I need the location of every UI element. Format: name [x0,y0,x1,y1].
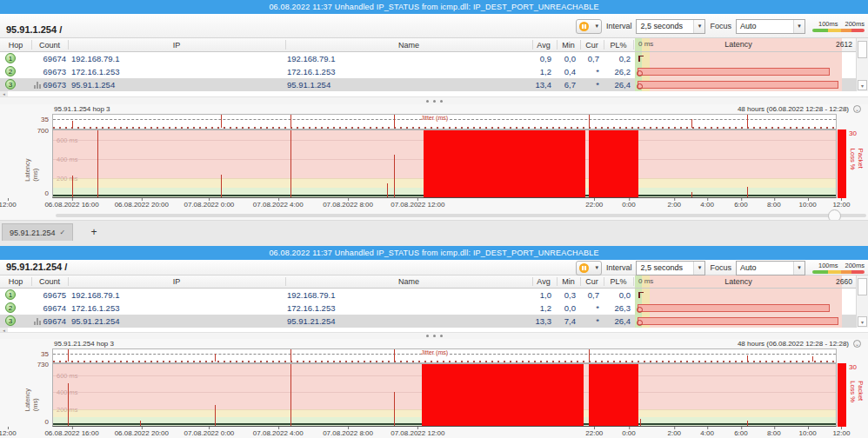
header-cur[interactable]: Cur [580,38,604,51]
table-scrollbar[interactable]: ▾ [856,38,868,91]
count-cell: 69674 [38,54,66,63]
chevron-down-icon[interactable]: ⌄ [853,340,861,348]
header-cur[interactable]: Cur [580,275,604,288]
graph-label-row: 95.91.21.254 hop 3 48 hours (06.08.2022 … [0,339,868,348]
jitter-spike [747,115,748,128]
header-count[interactable]: Count [31,38,68,51]
hop-row-3[interactable]: 3 69673 95.91.1.254 95.91.1.254 13,4 6,7… [0,78,868,91]
header-pl[interactable]: PL% [604,38,633,51]
ip-cell: 95.91.1.254 [71,80,115,90]
graph-scrollbar[interactable] [0,210,868,220]
latency-spike [290,130,291,197]
jitter-spike [394,349,395,362]
latency-max-value: 2612 [836,40,852,49]
x-axis-label: 12:00 [832,429,850,437]
x-axis-label: 2:00 [667,201,681,209]
hop-row-2[interactable]: 2 69674 172.16.1.253 172.16.1.253 1,2 0,… [0,302,868,315]
packet-loss-axis-title: Packet Loss % [849,148,865,182]
header-ip[interactable]: IP [68,275,285,288]
hop-row-2[interactable]: 2 69673 172.16.1.253 172.16.1.253 1,2 0,… [0,65,868,78]
trace-panel-2: 06.08.2022 11:37 Unhandled IP_STATUS fro… [0,246,868,438]
table-scrollbar[interactable]: ▾ [856,275,868,328]
focus-select[interactable]: Auto ▾ [736,19,805,34]
count-cell: 69675 [38,290,66,300]
latency-marker [638,56,644,62]
hop-row-1[interactable]: 1 69675 192.168.79.1 192.168.79.1 1,0 0,… [0,289,868,302]
header-avg[interactable]: Avg [532,275,555,288]
avg-cell: 13,3 [522,316,551,326]
header-name[interactable]: Name [285,38,532,51]
x-axis-label: 06.08.2022 20:00 [115,429,169,437]
target-address: 95.91.21.254 / [6,262,67,272]
chevron-down-icon[interactable]: ▾ [595,264,598,271]
header-hop[interactable]: Hop [0,38,31,51]
latency-scale-legend: 100ms 200ms [812,20,865,32]
x-axis: 12:0006.08.2022 16:0006.08.2022 20:0007.… [0,427,868,438]
scrollbar-track[interactable] [56,214,866,217]
splitter-handle[interactable] [0,333,868,339]
x-axis-label: 6:00 [734,201,748,209]
legend-100ms: 100ms [818,262,838,269]
header-ip[interactable]: IP [68,38,285,51]
interval-select[interactable]: 2,5 seconds ▾ [636,19,705,34]
interval-select[interactable]: 2,5 seconds ▾ [636,261,705,275]
scrollbar-knob[interactable] [828,209,841,220]
pl-cell: 26,4 [604,80,631,90]
gridline-label: 600 ms [57,372,78,380]
min-cell: 0,4 [555,67,576,76]
scrollbar-thumb[interactable] [858,278,867,295]
header-hop[interactable]: Hop [0,275,31,288]
time-range-label[interactable]: 48 hours (06.08.2022 12:28 - 12:28) [738,105,849,113]
graph-hop-label: 95.91.1.254 hop 3 [54,105,110,113]
min-cell: 0,0 [555,54,576,63]
latency-title: Latency [635,277,842,286]
latency-spike [747,421,748,426]
alert-title-bar: 06.08.2022 11:37 Unhandled IP_STATUS fro… [0,246,868,260]
scroll-down-icon[interactable]: ▾ [858,80,867,90]
graph-plot-area[interactable]: 600 ms400 ms200 ms [52,129,837,198]
graph-plot-area[interactable]: 600 ms400 ms200 ms [52,363,837,427]
pause-button[interactable]: ▾ [576,19,602,34]
add-tab-button[interactable]: + [87,224,101,240]
header-count[interactable]: Count [31,275,68,288]
x-axis-label: 8:00 [767,429,781,437]
hop-row-1[interactable]: 1 69674 192.168.79.1 192.168.79.1 0,9 0,… [0,52,868,65]
name-cell: 192.168.79.1 [287,290,335,300]
chevron-down-icon[interactable]: ▾ [595,23,598,30]
cur-cell: 0,7 [579,290,599,300]
table-hscroll-strip: ◂ [0,91,868,97]
scroll-left-icon[interactable]: ◂ [0,328,8,332]
x-axis-label: 8:00 [767,201,781,209]
chevron-down-icon: ▾ [693,20,704,33]
scrollbar-thumb[interactable] [858,41,867,58]
pause-icon [579,22,589,31]
focus-select[interactable]: Auto ▾ [736,261,805,275]
pause-button[interactable]: ▾ [576,261,602,275]
current-loss-bar [838,363,846,427]
cur-cell: * [579,80,599,90]
scroll-left-icon[interactable]: ◂ [0,91,8,96]
jitter-spike [215,354,216,362]
jitter-label: Jitter (ms) [421,349,448,355]
splitter-handle[interactable] [0,97,868,104]
avg-cell: 0,9 [522,54,551,63]
header-min[interactable]: Min [557,38,580,51]
time-range-label[interactable]: 48 hours (06.08.2022 12:28 - 12:28) [738,340,849,348]
header-min[interactable]: Min [557,275,580,288]
header-avg[interactable]: Avg [532,38,555,51]
min-cell: 0,3 [555,290,576,300]
trace-controls: ▾ Interval 2,5 seconds ▾ Focus Auto ▾ 10… [576,15,865,37]
graph-label-row: 95.91.1.254 hop 3 48 hours (06.08.2022 1… [0,104,868,113]
jitter-label: Jitter (ms) [421,115,448,121]
ip-cell: 192.168.79.1 [71,54,119,63]
scroll-down-icon[interactable]: ▾ [858,316,867,327]
header-name[interactable]: Name [285,275,532,288]
hop-row-3[interactable]: 3 69674 95.91.21.254 95.91.21.254 13,3 7… [0,315,868,328]
table-hscroll-strip: ◂ [0,328,868,333]
tab-95-91-21-254[interactable]: 95.91.21.254 ✓ [2,223,73,241]
x-axis-label: 07.08.2022 4:00 [253,429,304,437]
jitter-spike [72,121,73,128]
chevron-down-icon[interactable]: ⌄ [853,105,861,113]
x-axis-label: 07.08.2022 8:00 [323,201,373,209]
header-pl[interactable]: PL% [604,275,633,288]
